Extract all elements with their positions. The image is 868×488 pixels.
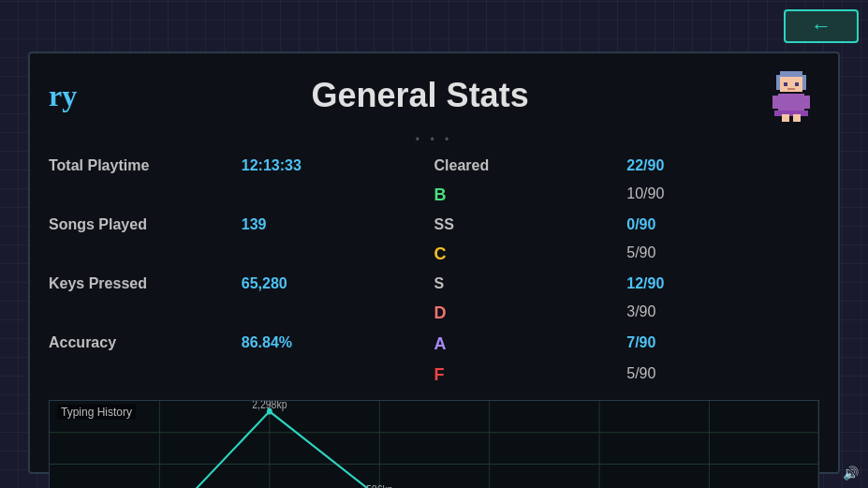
accuracy-value: 86.84% — [242, 331, 434, 358]
typing-history-chart: Typing History — [49, 400, 819, 488]
svg-text:586kp: 586kp — [366, 483, 393, 488]
svg-rect-10 — [774, 111, 808, 116]
svg-text:2,298kp: 2,298kp — [252, 401, 287, 410]
keys-pressed-label: Keys Pressed — [49, 272, 242, 296]
grade-f-value: 5/90 — [626, 362, 819, 389]
total-playtime-label: Total Playtime — [49, 154, 242, 178]
chart-title: Typing History — [57, 405, 136, 420]
cleared-value: 22/90 — [626, 154, 819, 178]
total-playtime-value: 12:13:33 — [242, 154, 434, 178]
grade-b-label: B — [434, 182, 627, 209]
main-panel: ry General Stats — [28, 52, 840, 474]
dots-decoration: • • • — [49, 133, 819, 146]
svg-rect-5 — [795, 82, 799, 86]
grade-a-value: 7/90 — [626, 331, 819, 358]
songs-played-label: Songs Played — [49, 213, 242, 237]
cleared-label: Cleared — [434, 154, 627, 178]
songs-played-value: 139 — [242, 213, 434, 237]
sound-icon[interactable]: 🔊 — [843, 466, 859, 481]
keys-pressed-value: 65,280 — [242, 272, 434, 296]
grade-a-label: A — [434, 331, 627, 358]
svg-rect-12 — [793, 114, 801, 122]
back-button[interactable]: ← — [784, 9, 859, 43]
grade-f-label: F — [434, 362, 627, 389]
username: ry — [49, 79, 77, 113]
stats-grid: Total Playtime 12:13:33 Cleared 22/90 B … — [49, 154, 819, 389]
grade-d-label: D — [434, 300, 627, 327]
grade-b-value: 10/90 — [626, 182, 819, 209]
accuracy-label: Accuracy — [49, 331, 242, 358]
back-arrow-icon: ← — [811, 14, 831, 38]
ss-value: 0/90 — [626, 213, 819, 237]
svg-rect-6 — [787, 88, 795, 90]
svg-rect-4 — [784, 82, 787, 86]
grade-c-label: C — [434, 241, 627, 268]
grade-c-value: 5/90 — [626, 241, 819, 268]
svg-rect-11 — [782, 114, 789, 122]
s-value: 12/90 — [626, 272, 819, 296]
ss-label: SS — [434, 213, 627, 237]
chart-svg: 0kp 0kp 2,298kp 586kp 0kp 0kp 0kp 0kp — [50, 401, 818, 488]
character-sprite — [763, 67, 819, 124]
page-title: General Stats — [96, 76, 744, 115]
grade-d-value: 3/90 — [626, 300, 819, 327]
s-label: S — [434, 272, 627, 296]
header-row: ry General Stats — [49, 67, 819, 124]
svg-rect-9 — [802, 96, 810, 109]
svg-rect-8 — [772, 96, 780, 109]
